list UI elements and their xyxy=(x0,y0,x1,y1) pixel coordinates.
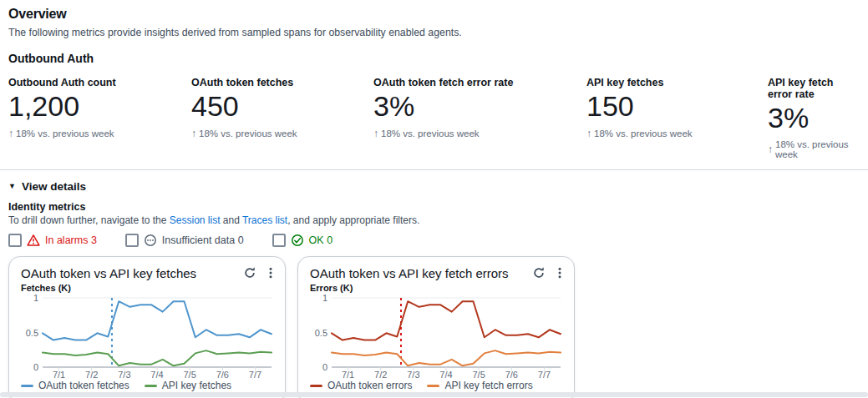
y-tick-label: 0 xyxy=(322,362,327,372)
series-line xyxy=(43,301,272,340)
chart-legend: OAuth token errorsAPI key fetch errors xyxy=(310,380,562,391)
section-divider xyxy=(0,169,868,170)
x-tick-label: 7/7 xyxy=(249,370,261,380)
metric-label: Outbound Auth count xyxy=(8,77,191,88)
view-details-toggle[interactable]: ▼ View details xyxy=(8,180,86,193)
legend-item[interactable]: OAuth token fetches xyxy=(21,380,129,391)
view-details-label: View details xyxy=(22,180,86,193)
session-list-link[interactable]: Session list xyxy=(170,214,221,226)
kebab-menu-icon xyxy=(557,266,562,280)
metric-trend-text: 18% vs. previous week xyxy=(16,128,114,139)
metric-trend: ↑18% vs. previous week xyxy=(373,128,586,139)
metric-trend-text: 18% vs. previous week xyxy=(199,128,297,139)
legend-item[interactable]: API key fetches xyxy=(145,380,231,391)
metric-value: 150 xyxy=(586,90,768,122)
filter-checkbox-in-alarms[interactable] xyxy=(8,234,22,247)
series-line xyxy=(43,350,272,365)
pending-icon xyxy=(144,234,157,247)
x-tick-label: 7/3 xyxy=(407,370,419,380)
filter-label: OK 0 xyxy=(309,234,333,246)
legend-swatch xyxy=(21,385,33,387)
line-chart: 00.517/17/27/37/47/57/67/7 xyxy=(310,294,564,380)
filter-ok: OK 0 xyxy=(272,234,333,247)
y-tick-label: 0.5 xyxy=(315,328,327,338)
y-tick-label: 1 xyxy=(322,294,327,303)
metric-trend-text: 18% vs. previous week xyxy=(381,128,480,139)
trend-up-icon: ↑ xyxy=(586,128,591,139)
section-title-outbound-auth: Outbound Auth xyxy=(8,52,860,65)
alarm-filters-row: In alarms 3Insufficient data 0OK 0 xyxy=(8,234,860,247)
chart-actions-button[interactable] xyxy=(557,265,562,280)
legend-item[interactable]: OAuth token errors xyxy=(310,380,412,391)
series-line xyxy=(332,301,561,340)
filter-checkbox-ok[interactable] xyxy=(272,234,286,247)
bottom-scrollbar[interactable] xyxy=(0,392,868,397)
metric-value: 450 xyxy=(191,90,373,122)
refresh-button[interactable] xyxy=(243,265,256,280)
success-icon xyxy=(291,234,304,247)
chart-legend: OAuth token fetchesAPI key fetches xyxy=(21,380,273,391)
x-tick-label: 7/1 xyxy=(53,370,65,380)
x-tick-label: 7/1 xyxy=(342,370,354,380)
identity-metrics-title: Identity metrics xyxy=(8,201,860,213)
metric-trend-text: 18% vs. previous week xyxy=(594,128,693,139)
metric-card: API key fetch error rate3%↑18% vs. previ… xyxy=(768,77,860,159)
x-tick-label: 7/6 xyxy=(216,370,229,380)
filter-in-alarms: In alarms 3 xyxy=(8,234,97,247)
legend-label: OAuth token errors xyxy=(327,380,412,391)
filter-insufficient-data: Insufficient data 0 xyxy=(125,234,244,247)
caret-down-icon: ▼ xyxy=(8,183,16,190)
chart-actions-button[interactable] xyxy=(268,265,273,280)
y-tick-label: 0 xyxy=(33,362,38,372)
metric-label: API key fetch error rate xyxy=(768,77,860,100)
x-tick-label: 7/2 xyxy=(85,370,98,380)
filter-label: Insufficient data 0 xyxy=(162,234,244,246)
refresh-icon xyxy=(532,266,546,280)
metric-card: Outbound Auth count1,200↑18% vs. previou… xyxy=(8,77,191,159)
legend-label: OAuth token fetches xyxy=(38,380,129,391)
metric-label: API key fetches xyxy=(586,77,768,88)
refresh-button[interactable] xyxy=(532,265,546,280)
hint-suffix: , and apply appropriate filters. xyxy=(287,214,419,226)
identity-metrics-hint: To drill down further, navigate to the S… xyxy=(8,214,860,226)
filter-label: In alarms 3 xyxy=(45,234,97,246)
trend-up-icon: ↑ xyxy=(191,128,196,139)
page-title: Overview xyxy=(8,7,860,22)
chart-card-header: OAuth token vs API key fetches xyxy=(21,265,273,280)
chart-y-axis-label: Fetches (K) xyxy=(21,283,273,293)
metric-trend-text: 18% vs. previous week xyxy=(775,139,860,159)
chart-card: OAuth token vs API key fetchesFetches (K… xyxy=(8,256,286,398)
metric-trend: ↑18% vs. previous week xyxy=(586,128,768,139)
hint-prefix: To drill down further, navigate to the xyxy=(8,214,170,226)
traces-list-link[interactable]: Traces list xyxy=(242,214,287,226)
warning-icon xyxy=(27,234,40,247)
line-chart: 00.517/17/27/37/47/57/67/7 xyxy=(21,294,275,380)
metric-value: 3% xyxy=(768,102,860,134)
x-tick-label: 7/4 xyxy=(439,370,452,380)
metric-trend: ↑18% vs. previous week xyxy=(191,128,373,139)
series-line xyxy=(332,350,561,365)
metric-card: OAuth token fetch error rate3%↑18% vs. p… xyxy=(373,77,586,159)
legend-label: API key fetches xyxy=(162,380,231,391)
x-tick-label: 7/5 xyxy=(472,370,485,380)
metric-value: 3% xyxy=(373,90,586,122)
y-tick-label: 0.5 xyxy=(26,328,38,338)
legend-label: API key fetch errors xyxy=(444,380,532,391)
legend-swatch xyxy=(310,385,322,387)
metric-card: OAuth token fetches450↑18% vs. previous … xyxy=(191,77,373,159)
chart-title: OAuth token vs API key fetch errors xyxy=(310,266,520,280)
x-tick-label: 7/4 xyxy=(150,370,163,380)
filter-checkbox-insufficient-data[interactable] xyxy=(125,234,139,247)
metric-trend: ↑18% vs. previous week xyxy=(768,139,860,159)
metric-label: OAuth token fetches xyxy=(191,77,373,88)
hint-mid: and xyxy=(220,214,241,226)
legend-item[interactable]: API key fetch errors xyxy=(427,380,532,391)
chart-card-header: OAuth token vs API key fetch errors xyxy=(310,265,562,280)
overview-page: Overview The following metrics provide i… xyxy=(0,0,868,398)
metric-trend: ↑18% vs. previous week xyxy=(8,128,191,139)
y-tick-label: 1 xyxy=(33,294,38,303)
legend-swatch xyxy=(427,385,439,387)
page-description: The following metrics provide insights d… xyxy=(8,27,860,38)
x-tick-label: 7/6 xyxy=(505,370,518,380)
trend-up-icon: ↑ xyxy=(8,128,13,139)
